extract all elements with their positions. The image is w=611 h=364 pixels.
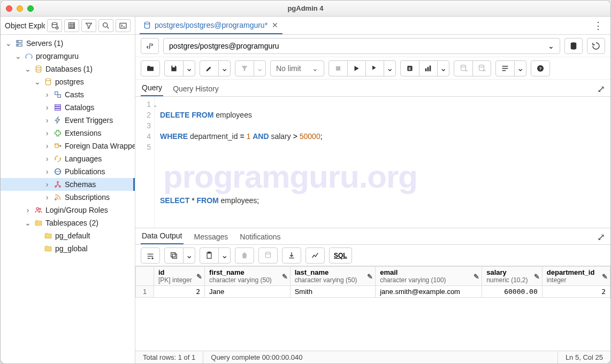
- delete-row-button[interactable]: [235, 248, 254, 263]
- svg-rect-4: [120, 23, 126, 28]
- tree-db-postgres[interactable]: ⌄postgres: [1, 75, 135, 88]
- close-tab-button[interactable]: ✕: [271, 21, 279, 29]
- chevron-right-icon: ›: [43, 91, 51, 98]
- col-department-id[interactable]: department_idinteger✎: [542, 267, 610, 286]
- open-file-button[interactable]: [141, 61, 159, 76]
- sidebar-header: Object Explorer: [1, 17, 135, 35]
- help-button[interactable]: ?: [531, 61, 549, 76]
- edit-dropdown[interactable]: ⌄: [218, 61, 230, 76]
- tree-languages[interactable]: ›Languages: [1, 152, 135, 165]
- chevron-right-icon: ›: [43, 155, 51, 162]
- copy-button[interactable]: [165, 248, 183, 263]
- tree-casts[interactable]: ›Casts: [1, 88, 135, 101]
- col-salary[interactable]: salarynumeric (10,2)✎: [482, 267, 543, 286]
- copy-dropdown[interactable]: ⌄: [183, 248, 195, 263]
- commit-button[interactable]: [454, 61, 472, 76]
- explain-dropdown[interactable]: ⌄: [437, 61, 449, 76]
- explain-button[interactable]: E: [401, 61, 419, 76]
- query-tool-tab[interactable]: postgres/postgres@programguru* ✕: [140, 17, 282, 34]
- connection-select[interactable]: postgres/postgres@programguru ⌄: [163, 38, 560, 54]
- tab-query-history[interactable]: Query History: [172, 81, 220, 96]
- execute-cursor-button[interactable]: [365, 61, 384, 76]
- expand-output-icon[interactable]: ⤢: [597, 233, 605, 244]
- sidebar-grid-button[interactable]: [64, 19, 79, 32]
- edit-icon[interactable]: ✎: [196, 272, 202, 280]
- sql-button[interactable]: SQL: [329, 247, 352, 264]
- tree-server-programguru[interactable]: ⌄programguru: [1, 50, 135, 63]
- add-row-button[interactable]: [141, 248, 159, 263]
- kebab-menu-icon[interactable]: ⋮: [590, 20, 606, 32]
- col-last-name[interactable]: last_namecharacter varying (50)✎: [290, 267, 376, 286]
- tree-ts-pgdefault[interactable]: pg_default: [1, 229, 135, 242]
- tab-data-output[interactable]: Data Output: [141, 228, 184, 244]
- edit-icon[interactable]: ✎: [534, 272, 540, 280]
- edit-icon[interactable]: ✎: [367, 272, 373, 280]
- tree-login-roles[interactable]: ›Login/Group Roles: [1, 204, 135, 216]
- save-button[interactable]: [165, 61, 183, 76]
- folder-icon: [34, 218, 43, 228]
- filter-dropdown[interactable]: ⌄: [254, 61, 265, 76]
- cell-salary[interactable]: 60000.00: [482, 286, 543, 298]
- paste-dropdown[interactable]: ⌄: [218, 248, 230, 263]
- close-window-button[interactable]: [6, 5, 12, 12]
- reset-layout-button[interactable]: [587, 38, 605, 54]
- col-id[interactable]: id[PK] integer✎: [154, 267, 205, 286]
- graph-visualizer-button[interactable]: [306, 248, 324, 263]
- code-area[interactable]: DELETE FROM employees WHERE department_i…: [155, 97, 610, 228]
- tree-ts-pgglobal[interactable]: pg_global: [1, 242, 135, 255]
- minimize-window-button[interactable]: [17, 5, 23, 12]
- stop-button[interactable]: [329, 61, 347, 76]
- filter-button[interactable]: [235, 61, 254, 76]
- explain-analyze-button[interactable]: [419, 61, 437, 76]
- sql-editor[interactable]: 1⌄ 2 3 4 5 DELETE FROM employees WHERE d…: [135, 97, 610, 228]
- connection-status-button[interactable]: [141, 38, 159, 54]
- sidebar-search-button[interactable]: [98, 19, 113, 32]
- tree-publications[interactable]: ›Publications: [1, 165, 135, 178]
- table-row[interactable]: 1 2 Jane Smith jane.smith@example.com 60…: [136, 286, 610, 298]
- execute-button[interactable]: [347, 61, 365, 76]
- execute-dropdown[interactable]: ⌄: [384, 61, 395, 76]
- sidebar-terminal-button[interactable]: [116, 19, 131, 32]
- object-tree: ⌄Servers (1) ⌄programguru ⌄Databases (1)…: [1, 35, 135, 363]
- download-button[interactable]: [282, 248, 301, 263]
- paste-button[interactable]: [200, 248, 218, 263]
- edit-icon[interactable]: ✎: [282, 272, 288, 280]
- cell-email[interactable]: jane.smith@example.com: [376, 286, 482, 298]
- tree-extensions[interactable]: ›Extensions: [1, 127, 135, 140]
- edit-icon[interactable]: ✎: [473, 272, 479, 280]
- tree-servers[interactable]: ⌄Servers (1): [1, 37, 135, 50]
- tree-fdw[interactable]: ›Foreign Data Wrappers: [1, 140, 135, 152]
- tree-event-triggers[interactable]: ›Event Triggers: [1, 114, 135, 127]
- cell-id[interactable]: 2: [154, 286, 205, 298]
- sidebar-action-button[interactable]: [47, 19, 62, 32]
- tree-tablespaces[interactable]: ⌄Tablespaces (2): [1, 216, 135, 229]
- new-connection-button[interactable]: [564, 38, 583, 54]
- col-email[interactable]: emailcharacter varying (100)✎: [376, 267, 482, 286]
- svg-rect-11: [55, 92, 58, 95]
- sidebar-filter-button[interactable]: [81, 19, 96, 32]
- col-first-name[interactable]: first_namecharacter varying (50)✎: [205, 267, 291, 286]
- expand-editor-icon[interactable]: ⤢: [597, 84, 605, 96]
- rollback-button[interactable]: [472, 61, 491, 76]
- cell-first-name[interactable]: Jane: [205, 286, 291, 298]
- edit-button[interactable]: [200, 61, 218, 76]
- data-grid[interactable]: id[PK] integer✎ first_namecharacter vary…: [135, 266, 610, 298]
- tree-schemas[interactable]: ›Schemas: [1, 178, 135, 191]
- save-dropdown[interactable]: ⌄: [183, 61, 195, 76]
- tree-catalogs[interactable]: ›Catalogs: [1, 101, 135, 114]
- macros-dropdown[interactable]: ⌄: [514, 61, 526, 76]
- cell-last-name[interactable]: Smith: [290, 286, 376, 298]
- cell-department-id[interactable]: 2: [542, 286, 610, 298]
- svg-rect-30: [427, 67, 429, 71]
- tree-subscriptions[interactable]: ›Subscriptions: [1, 191, 135, 204]
- save-data-button[interactable]: [259, 248, 277, 263]
- tree-databases[interactable]: ⌄Databases (1): [1, 63, 135, 75]
- maximize-window-button[interactable]: [27, 5, 34, 12]
- tab-notifications[interactable]: Notifications: [239, 229, 281, 244]
- tab-query[interactable]: Query: [141, 80, 163, 96]
- chevron-down-icon: ⌄: [24, 219, 32, 227]
- tab-messages[interactable]: Messages: [193, 229, 230, 244]
- row-limit-select[interactable]: No limit⌄: [270, 60, 324, 76]
- macros-button[interactable]: [496, 61, 514, 76]
- edit-icon[interactable]: ✎: [602, 272, 608, 280]
